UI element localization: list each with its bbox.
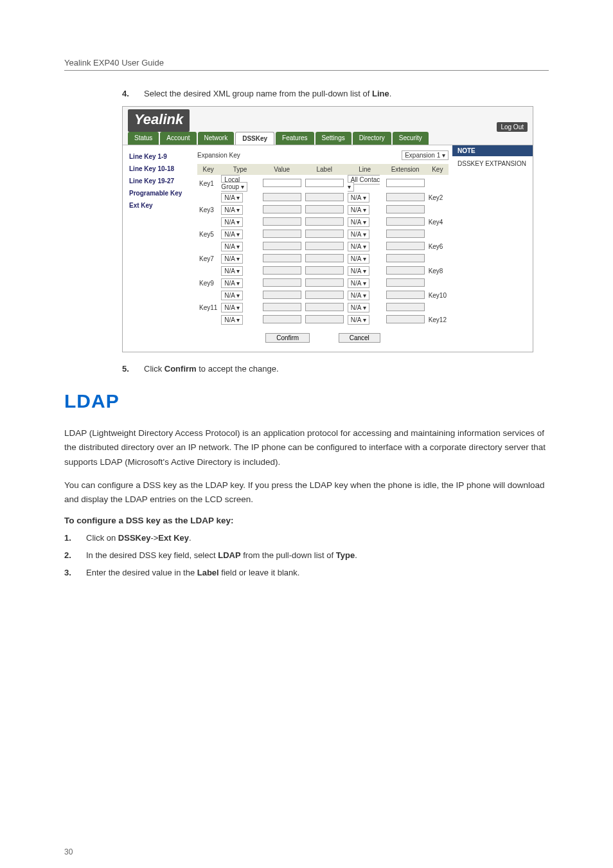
key-label-right: Key10 — [429, 292, 447, 299]
type-select[interactable]: Local Group ▾ — [221, 175, 247, 192]
expansion-select[interactable]: Expansion 1 ▾ — [402, 150, 449, 160]
tab-account[interactable]: Account — [160, 132, 196, 145]
table-header: Extension — [384, 164, 427, 175]
ldap-para-2: You can configure a DSS key as the LDAP … — [64, 478, 549, 507]
extension-input — [386, 254, 425, 262]
type-select[interactable]: N/A ▾ — [221, 303, 243, 312]
brand-logo: Yealink — [128, 109, 190, 132]
step-num: 2. — [64, 550, 75, 560]
key-label: Key1 — [199, 180, 214, 187]
line-select: N/A ▾ — [348, 291, 369, 300]
table-row: Key7N/A ▾N/A ▾ — [197, 253, 449, 265]
tab-directory[interactable]: Directory — [353, 132, 391, 145]
sidebar-item[interactable]: Line Key 19-27 — [125, 175, 191, 187]
page-number: 30 — [64, 847, 549, 856]
label-input — [305, 242, 344, 250]
config-step-2: 2. In the desired DSS key field, select … — [64, 550, 549, 560]
label-input — [305, 278, 344, 287]
line-select: N/A ▾ — [348, 303, 369, 312]
table-row: Key3N/A ▾N/A ▾ — [197, 204, 449, 216]
line-select: N/A ▾ — [348, 205, 369, 215]
label-input — [305, 217, 344, 226]
step-num: 3. — [64, 568, 75, 577]
table-header: Key — [197, 164, 219, 175]
label-input — [305, 303, 344, 311]
tab-network[interactable]: Network — [198, 132, 235, 145]
type-select[interactable]: N/A ▾ — [221, 278, 243, 288]
extension-input[interactable] — [386, 179, 425, 187]
sidebar-item[interactable]: Ext Key — [125, 199, 191, 212]
sidebar-item[interactable]: Line Key 1-9 — [125, 150, 191, 163]
extension-input — [386, 266, 425, 275]
note-heading: NOTE — [452, 145, 533, 156]
extension-input — [386, 315, 425, 323]
label-input[interactable] — [305, 179, 344, 187]
extension-input — [386, 193, 425, 201]
type-select[interactable]: N/A ▾ — [221, 266, 243, 276]
key-label-right: Key12 — [429, 316, 447, 323]
table-header: Line — [346, 164, 384, 175]
table-row: N/A ▾N/A ▾Key10 — [197, 289, 449, 302]
step-5: 5. Click Confirm to accept the change. — [122, 364, 549, 374]
key-label-right: Key2 — [429, 194, 443, 201]
sidebar-item[interactable]: Programable Key — [125, 187, 191, 199]
key-label-right: Key6 — [429, 243, 443, 250]
value-input — [263, 254, 301, 262]
confirm-button[interactable]: Confirm — [265, 333, 310, 343]
line-select: N/A ▾ — [348, 278, 369, 288]
value-input — [263, 217, 301, 226]
type-select[interactable]: N/A ▾ — [221, 230, 243, 239]
key-label: Key11 — [199, 304, 217, 311]
type-select[interactable]: N/A ▾ — [221, 193, 243, 203]
line-select: N/A ▾ — [348, 266, 369, 276]
extension-input — [386, 278, 425, 287]
step-text: Click on DSSKey->Ext Key. — [86, 533, 191, 543]
extension-input — [386, 291, 425, 299]
tab-settings[interactable]: Settings — [315, 132, 351, 145]
table-row: Key1Local Group ▾All Contac ▾ — [197, 175, 449, 192]
type-select[interactable]: N/A ▾ — [221, 291, 243, 300]
tab-security[interactable]: Security — [393, 132, 429, 145]
value-input — [263, 193, 301, 201]
table-header: Value — [261, 164, 303, 175]
step-num: 1. — [64, 533, 75, 543]
tab-features[interactable]: Features — [276, 132, 314, 145]
config-subheading: To configure a DSS key as the LDAP key: — [64, 516, 549, 525]
table-row: N/A ▾N/A ▾Key12 — [197, 314, 449, 326]
key-label: Key5 — [199, 231, 214, 238]
line-select: N/A ▾ — [348, 254, 369, 264]
type-select[interactable]: N/A ▾ — [221, 315, 243, 325]
cancel-button[interactable]: Cancel — [339, 333, 380, 343]
value-input — [263, 230, 301, 238]
table-row: Key11N/A ▾N/A ▾ — [197, 302, 449, 314]
type-select[interactable]: N/A ▾ — [221, 242, 243, 251]
extension-input — [386, 242, 425, 250]
line-select[interactable]: All Contac ▾ — [348, 175, 380, 192]
expansion-key-label: Expansion Key — [197, 152, 240, 159]
table-header: Key — [427, 164, 449, 175]
table-header: Label — [303, 164, 346, 175]
type-select[interactable]: N/A ▾ — [221, 205, 243, 215]
label-input — [305, 254, 344, 262]
table-row: N/A ▾N/A ▾Key6 — [197, 240, 449, 253]
extension-input — [386, 217, 425, 226]
value-input — [263, 266, 301, 275]
line-select: N/A ▾ — [348, 230, 369, 239]
step-num: 5. — [122, 364, 132, 374]
logout-link[interactable]: Log Out — [497, 122, 528, 132]
value-input[interactable] — [263, 179, 301, 187]
step-text: In the desired DSS key field, select LDA… — [86, 550, 357, 560]
dsskey-table: KeyTypeValueLabelLineExtensionKey Key1Lo… — [197, 164, 449, 326]
type-select[interactable]: N/A ▾ — [221, 217, 243, 227]
line-select: N/A ▾ — [348, 242, 369, 251]
step-text: Select the desired XML group name from t… — [144, 89, 391, 98]
tab-dsskey[interactable]: DSSKey — [235, 132, 274, 145]
step-num: 4. — [122, 89, 132, 98]
label-input — [305, 266, 344, 275]
type-select[interactable]: N/A ▾ — [221, 254, 243, 264]
tab-status[interactable]: Status — [128, 132, 159, 145]
sidebar-item[interactable]: Line Key 10-18 — [125, 163, 191, 175]
value-input — [263, 242, 301, 250]
label-input — [305, 291, 344, 299]
value-input — [263, 291, 301, 299]
